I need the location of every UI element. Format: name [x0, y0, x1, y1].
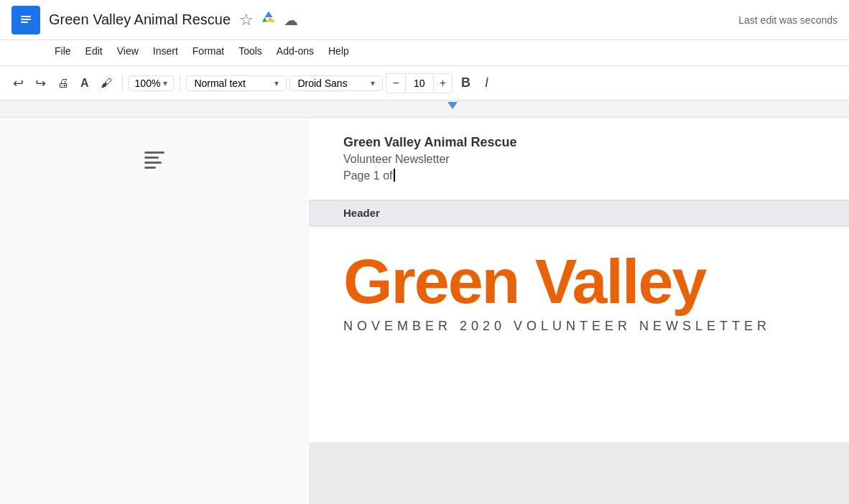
font-size-decrease[interactable]: −: [386, 74, 404, 93]
menu-addons[interactable]: Add-ons: [271, 42, 320, 60]
main-area: Green Valley Animal Rescue Volunteer New…: [0, 118, 849, 504]
font-size-control: − 10 +: [386, 73, 453, 93]
doc-page[interactable]: Green Valley NOVEMBER 2020 VOLUNTEER NEW…: [309, 227, 849, 442]
doc-header-page: Page 1 of: [343, 169, 815, 182]
font-chevron: ▾: [371, 78, 375, 88]
doc-header-title: Green Valley Animal Rescue: [343, 135, 815, 150]
last-edit-text: Last edit was seconds: [738, 14, 838, 26]
app-icon[interactable]: [11, 6, 40, 34]
doc-newsletter-subtitle: NOVEMBER 2020 VOLUNTEER NEWSLETTER: [343, 319, 815, 334]
ruler: [0, 101, 849, 118]
ruler-tab-marker[interactable]: [447, 102, 458, 109]
menu-view[interactable]: View: [111, 42, 144, 60]
cloud-icon[interactable]: ☁: [284, 11, 298, 29]
print-button[interactable]: 🖨: [53, 74, 73, 93]
ruler-marks: [309, 101, 849, 117]
italic-button[interactable]: I: [479, 73, 494, 93]
zoom-value: 100%: [135, 78, 161, 89]
menu-help[interactable]: Help: [323, 42, 355, 60]
svg-rect-4: [144, 151, 164, 154]
svg-rect-5: [144, 157, 159, 159]
left-panel: [0, 118, 309, 504]
font-size-value[interactable]: 10: [405, 75, 434, 92]
menu-format[interactable]: Format: [187, 42, 230, 60]
svg-rect-3: [21, 22, 28, 23]
svg-rect-7: [144, 167, 156, 169]
toolbar: ↩ ↪ 🖨 A 🖌 100% ▾ Normal text ▾ Droid San…: [0, 66, 849, 101]
doc-header-subtitle: Volunteer Newsletter: [343, 153, 815, 166]
svg-rect-6: [144, 162, 162, 164]
svg-rect-1: [21, 16, 31, 17]
toolbar-separator-1: [122, 75, 123, 92]
font-family-selector[interactable]: Droid Sans ▾: [289, 75, 383, 91]
document-area: Green Valley Animal Rescue Volunteer New…: [309, 118, 849, 504]
toolbar-separator-2: [180, 75, 180, 92]
doc-title: Green Valley Animal Rescue: [49, 11, 231, 28]
header-label: Header: [343, 207, 380, 219]
doc-big-title: Green Valley: [343, 250, 815, 313]
zoom-chevron: ▾: [163, 78, 167, 88]
text-style-value: Normal text: [194, 78, 246, 89]
bold-button[interactable]: B: [455, 73, 476, 93]
undo-button[interactable]: ↩: [9, 73, 28, 94]
menu-tools[interactable]: Tools: [233, 42, 268, 60]
title-bar: Green Valley Animal Rescue ☆ ☁ Last edit…: [0, 0, 849, 40]
zoom-selector[interactable]: 100% ▾: [129, 75, 175, 91]
menu-edit[interactable]: Edit: [80, 42, 108, 60]
spell-check-button[interactable]: A: [76, 74, 93, 93]
header-label-bar: Header: [309, 201, 849, 227]
font-family-value: Droid Sans: [297, 78, 347, 89]
menu-bar: File Edit View Insert Format Tools Add-o…: [0, 40, 849, 66]
font-size-increase[interactable]: +: [434, 74, 452, 93]
menu-file[interactable]: File: [49, 42, 77, 60]
redo-button[interactable]: ↪: [31, 73, 50, 94]
doc-header-section[interactable]: Green Valley Animal Rescue Volunteer New…: [309, 118, 849, 201]
drive-icon[interactable]: [261, 10, 277, 29]
title-icons: ☆ ☁: [239, 10, 298, 29]
text-cursor: [394, 169, 395, 182]
star-icon[interactable]: ☆: [239, 11, 254, 29]
paint-format-button[interactable]: 🖌: [96, 74, 116, 93]
svg-rect-2: [21, 19, 31, 20]
text-style-chevron: ▾: [274, 78, 279, 88]
outline-icon[interactable]: [142, 146, 167, 177]
text-style-selector[interactable]: Normal text ▾: [186, 75, 287, 91]
menu-insert[interactable]: Insert: [147, 42, 184, 60]
